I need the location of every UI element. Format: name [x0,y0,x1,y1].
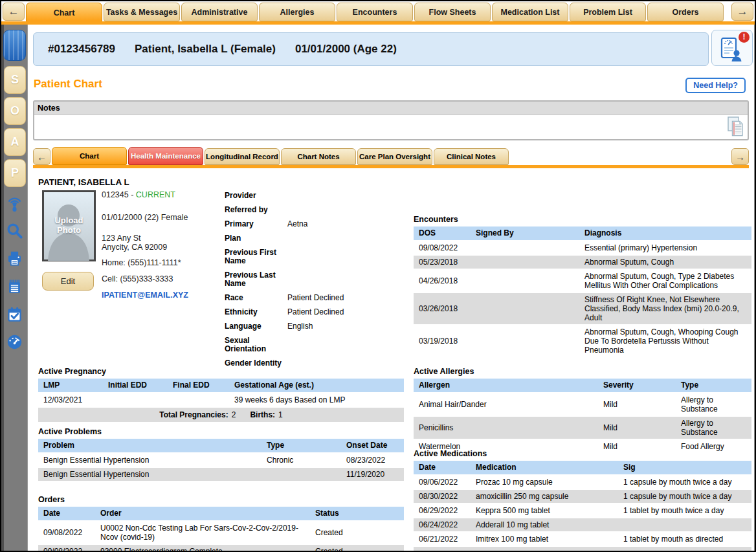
medications-table: DateMedicationSig09/06/2022Prozac 10 mg … [414,459,751,547]
patient-banner: #0123456789 Patient, Isabella L (Female)… [33,32,709,66]
field-label: Provider [225,192,287,200]
demographic-field: Provider [225,192,414,200]
tab-orders[interactable]: Orders [647,3,724,21]
tabs-back-button[interactable]: ← [3,3,25,21]
tab-longitudinal-record[interactable]: Longitudinal Record [205,148,280,165]
tab-administrative[interactable]: Administrative [181,3,258,21]
table-row[interactable]: 05/23/2018Abnormal Sputum, Cough [414,256,751,269]
table-row[interactable]: 09/06/2022Prozac 10 mg capsule1 capsule … [414,476,751,489]
medications-section: Active Medications DateMedicationSig09/0… [414,449,751,551]
search-icon[interactable] [6,222,23,239]
table-row[interactable]: 09/08/202293000 Electrocardiogram Comple… [38,545,404,551]
sidebar-tab-subjective[interactable]: S [4,66,26,94]
sidebar-tab-summary[interactable] [3,30,26,61]
tab-flow-sheets[interactable]: Flow Sheets [414,3,491,21]
pregnancy-totals: Total Pregnancies:2Births:1 [38,408,404,422]
field-label: Race [225,294,287,302]
subtab-accent-bar [33,165,749,168]
patient-name-heading: PATIENT, ISABELLA L [38,177,129,187]
paste-note-icon[interactable] [726,116,746,138]
tab-tasks-messages[interactable]: Tasks & Messages [104,3,180,21]
tab-clinical-notes[interactable]: Clinical Notes [434,148,509,165]
table-row[interactable]: 06/29/2022Keppra 500 mg tablet1 tablet b… [414,504,751,517]
table-row[interactable]: 04/26/2018Abnormal Sputum, Cough, Type 2… [414,270,751,292]
sidebar-tab-plan[interactable]: P [4,159,26,187]
table-row[interactable]: 03/19/2018Abnormal Sputum, Cough, Whoopi… [414,326,751,357]
field-value [287,271,414,288]
demographic-field: Previous Last Name [225,271,414,288]
left-toolbar: S O A P [1,25,27,551]
tab-allergies[interactable]: Allergies [259,3,335,21]
print-icon[interactable] [6,250,23,267]
tab-care-plan-oversight[interactable]: Care Plan Oversight [357,148,432,165]
table-row[interactable]: PenicillinsMildAllergy to Substance [414,417,751,439]
column-header: DOS [414,226,471,240]
tab-chart[interactable]: Chart [26,3,102,23]
allergies-section: Active Allergies AllergenSeverityTypeAni… [414,367,751,454]
encounters-section: Encounters DOSSigned ByDiagnosis09/08/20… [414,215,751,358]
tabs-forward-button[interactable]: → [731,3,753,21]
field-value [287,234,414,243]
field-label: Referred by [225,206,287,214]
column-header: Type [676,379,751,392]
demographic-field: PrimaryAetna [225,220,414,228]
table-row[interactable]: Benign Essential HypertensionChronic08/2… [38,454,404,467]
column-header: Date [38,507,95,520]
patient-contact-info: 012345 - CURRENT 01/01/2000 (22) Female … [102,190,231,300]
table-row[interactable]: 03/26/2018Stiffness Of Right Knee, Not E… [414,293,751,324]
email-link[interactable]: IPATIENT@EMAIL.XYZ [102,291,231,300]
tab-medication-list[interactable]: Medication List [492,3,568,21]
tab-chart[interactable]: Chart [52,147,127,165]
encounters-title: Encounters [414,215,751,224]
demographic-field: RacePatient Declined [225,294,414,302]
notes-icon[interactable] [6,278,23,295]
problems-title: Active Problems [38,427,404,436]
dob-line: 01/01/2000 (22) Female [102,213,231,222]
table-row[interactable]: 06/21/2022Imitrex 100 mg tablet1 tablet … [414,533,751,546]
tab-encounters[interactable]: Encounters [337,3,413,21]
table-row[interactable]: 12/03/202139 weeks 6 days Based on LMP [38,393,404,406]
column-header: Signed By [471,226,579,240]
column-header: Severity [598,379,676,392]
edit-patient-button[interactable]: Edit [42,272,94,291]
subtabs-back-button[interactable]: ← [33,148,50,165]
demographic-fields: ProviderReferred byPrimaryAetnaPlanPrevi… [225,192,414,373]
patient-id: #0123456789 [48,43,115,56]
patient-photo-upload[interactable]: Upload Photo [42,190,96,261]
table-row[interactable]: 09/08/2022U0002 Non-Cdc Testing Lab For … [38,522,404,544]
sidebar-tab-assessment[interactable]: A [4,128,26,156]
field-label: Plan [225,234,287,243]
patient-tracker-icon[interactable] [6,194,23,212]
pregnancy-table: LMPInitial EDDFinal EDDGestational Age (… [38,377,404,408]
appointments-icon[interactable] [6,305,23,323]
status-current: CURRENT [136,190,175,199]
notes-input-area[interactable] [34,115,748,138]
column-header: Type [261,439,341,452]
demographic-field: EthnicityPatient Declined [225,308,414,316]
tab-health-maintenance[interactable]: Health Maintenance [128,147,203,165]
demographic-field: LanguageEnglish [225,322,414,331]
sub-tabs: ChartHealth MaintenanceLongitudinal Reco… [52,147,509,165]
top-tabs: ChartTasks & MessagesAdministrativeAller… [26,3,724,21]
table-row[interactable]: Animal Hair/DanderMildAllergy to Substan… [414,393,751,415]
cell-phone: Cell: (555)333-3333 [102,274,231,283]
orders-title: Orders [38,495,404,504]
main-content: #0123456789 Patient, Isabella L (Female)… [27,25,755,551]
field-label: Language [225,322,287,331]
top-tab-bar: ← ChartTasks & MessagesAdministrativeAll… [1,1,755,21]
table-row[interactable]: 08/30/2022amoxicillin 250 mg capsule1 ca… [414,490,751,503]
need-help-button[interactable]: Need Help? [685,78,746,93]
subtabs-forward-button[interactable]: → [731,148,749,165]
table-row[interactable]: Benign Essential Hypertension11/19/2020 [38,468,404,481]
column-header: Order [95,507,310,520]
demographic-field: Referred by [225,206,414,214]
table-row[interactable]: 09/08/2022Essential (primary) Hypertensi… [414,241,751,254]
tab-chart-notes[interactable]: Chart Notes [281,148,356,165]
sidebar-tab-objective[interactable]: O [4,97,26,125]
medications-clipped-row [414,547,751,551]
tab-problem-list[interactable]: Problem List [570,3,646,21]
table-row[interactable]: 06/24/2022Adderall 10 mg tablet [414,518,751,531]
table-header-row: LMPInitial EDDFinal EDDGestational Age (… [38,379,404,392]
patient-summary-button[interactable]: ! [711,30,753,66]
dashboard-icon[interactable] [6,333,23,351]
